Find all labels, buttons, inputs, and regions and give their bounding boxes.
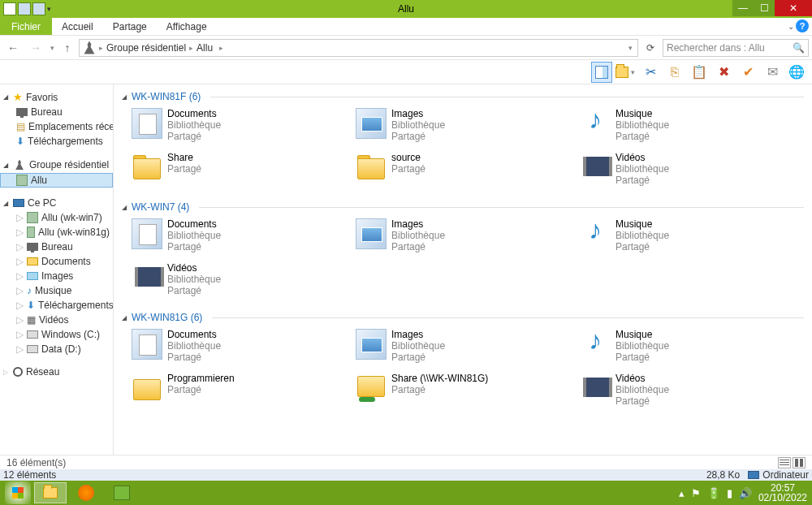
item-sub: Partagé	[615, 241, 669, 252]
taskbar-app[interactable]	[106, 482, 138, 503]
menu-share[interactable]: Partage	[103, 18, 157, 35]
video-icon	[580, 373, 611, 404]
library-item[interactable]: SharePartagé	[130, 149, 348, 192]
tool-mail[interactable]: ✉	[762, 62, 783, 83]
library-item[interactable]: MusiqueBibliothèquePartagé	[578, 106, 796, 148]
library-item[interactable]: Share (\\WK-WIN81G)Partagé	[354, 370, 572, 412]
tool-cut[interactable]: ✂	[640, 62, 661, 83]
library-item[interactable]: ImagesBibliothèquePartagé	[354, 106, 572, 148]
item-sub: Partagé	[615, 131, 669, 142]
tray-overflow-icon[interactable]: ▴	[679, 487, 685, 499]
download-icon: ⬇	[16, 136, 24, 147]
menu-file[interactable]: Fichier	[0, 18, 52, 35]
library-item[interactable]: VidéosBibliothèquePartagé	[578, 149, 796, 192]
item-sub: Partagé	[615, 352, 669, 363]
group-header[interactable]: ◢WK-WIN81G (6)	[122, 309, 804, 326]
sidebar-item-bureau[interactable]: Bureau	[0, 105, 113, 119]
library-item[interactable]: MusiqueBibliothèquePartagé	[578, 326, 796, 369]
library-item[interactable]: VidéosBibliothèquePartagé	[578, 370, 796, 412]
history-dropdown-icon[interactable]: ▾	[49, 44, 56, 52]
library-item[interactable]: DocumentsBibliothèquePartagé	[130, 326, 348, 369]
tray-network-icon[interactable]: ▮	[727, 487, 732, 499]
refresh-button[interactable]: ⟳	[641, 39, 659, 57]
tray-battery-icon[interactable]: 🔋	[707, 487, 720, 499]
tray-clock[interactable]: 20:57 02/10/2022	[758, 483, 807, 503]
item-sub: Bibliothèque	[391, 119, 445, 131]
library-item[interactable]: ProgrammierenPartagé	[130, 370, 348, 412]
sidebar-groupe[interactable]: ◢Groupe résidentiel	[0, 157, 113, 173]
sidebar-item-images[interactable]: ▷Images	[0, 269, 113, 283]
library-item[interactable]: DocumentsBibliothèquePartagé	[130, 216, 348, 258]
maximize-button[interactable]: ☐	[754, 0, 775, 16]
close-button[interactable]: ✕	[775, 0, 812, 16]
sidebar-item-cepc-bureau[interactable]: ▷Bureau	[0, 240, 113, 254]
item-name: Documents	[167, 329, 221, 340]
group-header[interactable]: ◢WK-WIN81F (6)	[122, 88, 804, 106]
library-item[interactable]: DocumentsBibliothèquePartagé	[130, 106, 348, 148]
search-input[interactable]: Rechercher dans : Allu 🔍	[663, 39, 809, 57]
folder-icon	[27, 257, 38, 265]
sidebar-item-musique[interactable]: ▷♪Musique	[0, 283, 113, 298]
sidebar-item-drive-c[interactable]: ▷Windows (C:)	[0, 327, 113, 342]
sidebar-item-drive-d[interactable]: ▷Data (D:)	[0, 342, 113, 356]
sidebar-item-telech[interactable]: ▷⬇Téléchargements	[0, 298, 113, 313]
start-button[interactable]	[5, 481, 31, 504]
sidebar-favoris[interactable]: ◢★Favoris	[0, 89, 113, 105]
address-dropdown-icon[interactable]: ▾	[627, 44, 634, 52]
tool-delete[interactable]: ✖	[713, 62, 734, 83]
tool-paste[interactable]: 📋	[689, 62, 710, 83]
menu-view[interactable]: Affichage	[157, 18, 217, 35]
img-icon	[356, 108, 387, 139]
tool-check[interactable]: ✔	[737, 62, 758, 83]
taskbar-firefox[interactable]	[70, 482, 102, 503]
minimize-button[interactable]: —	[732, 0, 754, 16]
ribbon-expand-icon[interactable]: ⌄	[788, 22, 794, 31]
tool-copy[interactable]: ⎘	[664, 62, 685, 83]
item-name: Images	[391, 218, 445, 230]
crumb-leaf[interactable]: Allu	[197, 42, 213, 54]
sidebar-item-allu-win7[interactable]: ▷Allu (wk-win7)	[0, 210, 113, 225]
qat-icon-1[interactable]	[18, 2, 31, 15]
item-sub: Partagé	[615, 395, 669, 407]
view-details-button[interactable]	[778, 457, 791, 468]
item-name: Programmieren	[167, 373, 235, 384]
qat-dropdown-icon[interactable]: ▾	[47, 5, 51, 13]
library-item[interactable]: MusiqueBibliothèquePartagé	[578, 216, 796, 258]
taskbar-explorer[interactable]	[34, 482, 67, 503]
sidebar-item-downloads[interactable]: ⬇Téléchargements	[0, 134, 113, 149]
sidebar-item-documents[interactable]: ▷Documents	[0, 254, 113, 269]
menu-home[interactable]: Accueil	[52, 18, 103, 35]
library-item[interactable]: ImagesBibliothèquePartagé	[354, 326, 572, 369]
img-icon	[356, 329, 387, 360]
sidebar-reseau[interactable]: ▷Réseau	[0, 365, 113, 379]
qat-icon-2[interactable]	[32, 2, 45, 15]
sidebar-item-recent[interactable]: ▤Emplacements récen	[0, 119, 113, 134]
window-title: Allu	[0, 3, 812, 15]
library-item[interactable]: VidéosBibliothèquePartagé	[130, 260, 348, 302]
img-icon	[356, 218, 387, 249]
view-large-button[interactable]	[793, 457, 806, 468]
group-header[interactable]: ◢WK-WIN7 (4)	[122, 198, 804, 216]
sidebar-cepc[interactable]: ◢Ce PC	[0, 196, 113, 210]
library-item[interactable]: ImagesBibliothèquePartagé	[354, 216, 572, 258]
help-icon[interactable]: ?	[796, 19, 809, 32]
crumb-root[interactable]: Groupe résidentiel	[106, 42, 186, 54]
sidebar-item-allu[interactable]: Allu	[0, 173, 113, 188]
back-button[interactable]: ←	[3, 38, 23, 58]
tool-globe[interactable]: 🌐	[786, 62, 807, 83]
sidebar-item-allu-win81g[interactable]: ▷Allu (wk-win81g)	[0, 225, 113, 240]
up-button[interactable]: ↑	[59, 41, 76, 54]
tool-preview-pane[interactable]	[591, 62, 612, 83]
size-text: 28,8 Ko	[706, 469, 740, 481]
library-item[interactable]: sourcePartagé	[354, 149, 572, 192]
tray-flag-icon[interactable]: ⚑	[691, 487, 701, 499]
item-name: Images	[391, 108, 445, 119]
forward-button[interactable]: →	[26, 38, 45, 58]
item-name: Share	[167, 152, 201, 163]
item-count: 16 élément(s)	[6, 457, 66, 468]
address-bar[interactable]: ▸Groupe résidentiel ▸Allu▸ ▾	[79, 39, 638, 57]
tool-folder-options[interactable]: ▾	[615, 62, 637, 83]
tray-volume-icon[interactable]: 🔊	[739, 487, 752, 499]
item-sub: Partagé	[391, 163, 425, 175]
sidebar-item-videos[interactable]: ▷▦Vidéos	[0, 313, 113, 327]
